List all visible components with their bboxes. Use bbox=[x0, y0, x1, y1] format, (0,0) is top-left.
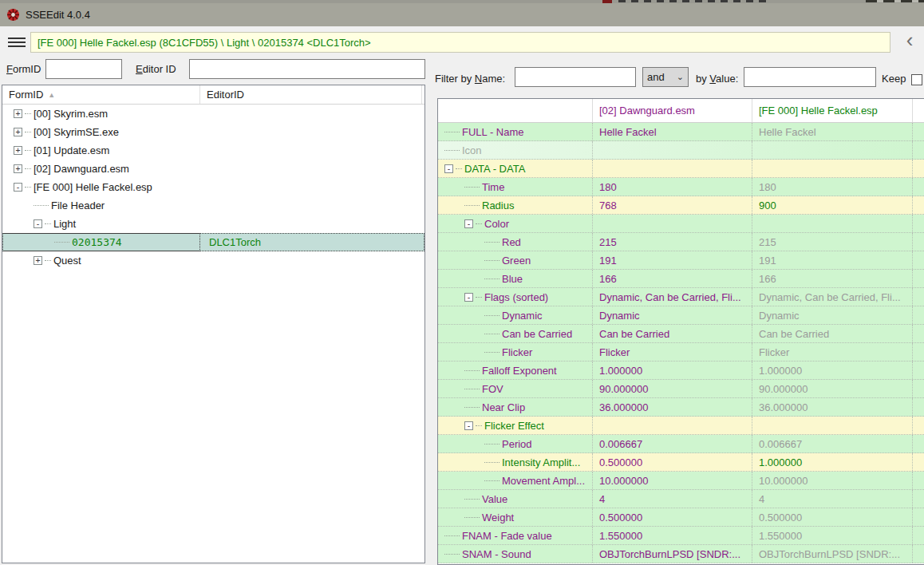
record-field-cell[interactable]: FOV bbox=[438, 380, 593, 397]
tree-formid-cell[interactable]: File Header bbox=[2, 196, 200, 215]
breadcrumb[interactable]: [FE 000] Helle Fackel.esp (8C1CFD55) \ L… bbox=[30, 32, 890, 53]
collapse-icon[interactable]: - bbox=[464, 293, 473, 302]
tree-row-00-skyrimse-exe[interactable]: +[00] SkyrimSE.exe bbox=[2, 123, 424, 141]
record-field-cell[interactable]: -Color bbox=[438, 215, 593, 232]
dawnguard-value-cell[interactable]: 0.500000 bbox=[593, 453, 752, 471]
hellefackel-value-cell[interactable]: 900 bbox=[752, 196, 913, 214]
record-field-cell[interactable]: Intensity Amplit... bbox=[438, 453, 593, 471]
hellefackel-value-cell[interactable]: Dynamic bbox=[752, 306, 913, 324]
dawnguard-value-cell[interactable]: Helle Fackel bbox=[593, 123, 752, 140]
dawnguard-value-cell[interactable]: OBJTorchBurnLPSD [SNDR:... bbox=[593, 545, 752, 563]
dawnguard-value-cell[interactable]: Dynamic, Can be Carried, Fli... bbox=[593, 288, 752, 306]
tree-editorid-cell[interactable] bbox=[200, 123, 421, 141]
expand-icon[interactable]: + bbox=[14, 146, 22, 155]
record-field-cell[interactable]: Green bbox=[438, 251, 593, 269]
editorid-filter-input[interactable] bbox=[189, 59, 425, 79]
dawnguard-value-cell[interactable] bbox=[593, 141, 752, 159]
hellefackel-value-cell[interactable]: 10.000000 bbox=[752, 472, 913, 489]
expand-icon[interactable]: + bbox=[14, 164, 22, 173]
hellefackel-value-cell[interactable] bbox=[752, 215, 913, 232]
dawnguard-column-header[interactable]: [02] Dawnguard.esm bbox=[593, 99, 752, 122]
dawnguard-value-cell[interactable]: 0.006667 bbox=[593, 435, 752, 452]
editorid-column-header[interactable]: EditorID bbox=[200, 85, 422, 104]
tree-row-02-dawnguard-esm[interactable]: +[02] Dawnguard.esm bbox=[2, 160, 424, 178]
record-field-cell[interactable]: -Flags (sorted) bbox=[438, 288, 593, 306]
collapse-icon[interactable]: - bbox=[464, 219, 473, 228]
menu-icon[interactable] bbox=[8, 38, 26, 48]
tree-formid-cell[interactable]: -[FE 000] Helle Fackel.esp bbox=[2, 178, 200, 196]
hellefackel-value-cell[interactable]: 191 bbox=[752, 251, 913, 269]
filter-value-input[interactable] bbox=[744, 67, 876, 87]
hellefackel-value-cell[interactable]: Can be Carried bbox=[752, 325, 913, 342]
dawnguard-value-cell[interactable]: 215 bbox=[593, 233, 752, 251]
collapse-icon[interactable]: - bbox=[14, 183, 22, 192]
expand-icon[interactable]: + bbox=[14, 109, 22, 118]
tree-editorid-cell[interactable] bbox=[200, 215, 421, 233]
chevron-left-icon[interactable]: ‹ bbox=[900, 30, 919, 51]
record-field-cell[interactable]: -Flicker Effect bbox=[438, 417, 593, 434]
record-field-cell[interactable]: Flicker bbox=[438, 343, 593, 361]
hellefackel-value-cell[interactable]: 180 bbox=[752, 178, 913, 196]
dawnguard-value-cell[interactable]: Flicker bbox=[593, 343, 752, 361]
tree-editorid-cell[interactable] bbox=[200, 105, 421, 123]
dawnguard-value-cell[interactable] bbox=[593, 160, 752, 177]
dawnguard-value-cell[interactable]: 166 bbox=[593, 270, 752, 287]
tree-formid-cell[interactable]: -Light bbox=[2, 215, 200, 233]
record-field-cell[interactable]: Radius bbox=[438, 196, 593, 214]
tree-row-quest[interactable]: +Quest bbox=[2, 251, 424, 270]
expand-icon[interactable]: + bbox=[34, 256, 42, 265]
hellefackel-value-cell[interactable]: 1.550000 bbox=[752, 527, 913, 544]
tree-formid-cell[interactable]: +[00] SkyrimSE.exe bbox=[2, 123, 200, 141]
formid-column-header[interactable]: FormID ▲ bbox=[2, 85, 200, 104]
dawnguard-value-cell[interactable]: 1.000000 bbox=[593, 362, 752, 379]
hellefackel-value-cell[interactable] bbox=[752, 417, 913, 434]
tree-row-light[interactable]: -Light bbox=[2, 215, 424, 233]
hellefackel-value-cell[interactable]: 4 bbox=[752, 490, 913, 508]
tree-row-02015374[interactable]: 02015374DLC1Torch bbox=[2, 233, 424, 251]
field-column-header[interactable] bbox=[438, 99, 593, 122]
record-field-cell[interactable]: Red bbox=[438, 233, 593, 251]
hellefackel-value-cell[interactable]: 90.000000 bbox=[752, 380, 913, 397]
record-field-cell[interactable]: Falloff Exponent bbox=[438, 362, 593, 379]
hellefackel-value-cell[interactable]: 36.000000 bbox=[752, 398, 913, 416]
dawnguard-value-cell[interactable]: 0.500000 bbox=[593, 508, 752, 526]
record-field-cell[interactable]: Dynamic bbox=[438, 306, 593, 324]
tree-editorid-cell[interactable] bbox=[200, 160, 421, 178]
dawnguard-value-cell[interactable]: 36.000000 bbox=[593, 398, 752, 416]
keep-checkbox[interactable] bbox=[911, 74, 922, 85]
dawnguard-value-cell[interactable]: 180 bbox=[593, 178, 752, 196]
collapse-icon[interactable]: - bbox=[464, 421, 473, 430]
dawnguard-value-cell[interactable]: 4 bbox=[593, 490, 752, 508]
tree-editorid-cell[interactable] bbox=[200, 141, 421, 160]
hellefackel-value-cell[interactable]: 215 bbox=[752, 233, 913, 251]
tree-formid-cell[interactable]: +[00] Skyrim.esm bbox=[2, 105, 200, 123]
tree-formid-cell[interactable]: +[02] Dawnguard.esm bbox=[2, 160, 200, 178]
dawnguard-value-cell[interactable]: Can be Carried bbox=[593, 325, 752, 342]
record-field-cell[interactable]: Can be Carried bbox=[438, 325, 593, 342]
hellefackel-value-cell[interactable]: OBJTorchBurnLPSD [SNDR:... bbox=[752, 545, 913, 563]
hellefackel-value-cell[interactable]: 0.006667 bbox=[752, 435, 913, 452]
formid-filter-input[interactable] bbox=[45, 59, 122, 79]
collapse-icon[interactable]: - bbox=[444, 164, 453, 173]
hellefackel-value-cell[interactable] bbox=[752, 160, 913, 177]
record-field-cell[interactable]: Weight bbox=[438, 508, 593, 526]
record-field-cell[interactable]: Movement Ampl... bbox=[438, 472, 593, 489]
hellefackel-value-cell[interactable]: Flicker bbox=[752, 343, 913, 361]
tree-editorid-cell[interactable] bbox=[200, 196, 421, 215]
tree-editorid-cell[interactable]: DLC1Torch bbox=[200, 233, 421, 251]
collapse-icon[interactable]: - bbox=[34, 219, 42, 228]
hellefackel-value-cell[interactable]: 166 bbox=[752, 270, 913, 287]
record-field-cell[interactable]: Near Clip bbox=[438, 398, 593, 416]
tree-formid-cell[interactable]: 02015374 bbox=[2, 233, 200, 251]
record-field-cell[interactable]: Value bbox=[438, 490, 593, 508]
dawnguard-value-cell[interactable]: 191 bbox=[593, 251, 752, 269]
tree-row-00-skyrim-esm[interactable]: +[00] Skyrim.esm bbox=[2, 105, 424, 123]
record-field-cell[interactable]: Time bbox=[438, 178, 593, 196]
dawnguard-value-cell[interactable]: 1.550000 bbox=[593, 527, 752, 544]
record-field-cell[interactable]: Icon bbox=[438, 141, 593, 159]
filter-operator-select[interactable]: and ⌄ bbox=[642, 67, 689, 87]
tree-row-fe-000-helle-fackel-esp[interactable]: -[FE 000] Helle Fackel.esp bbox=[2, 178, 424, 196]
hellefackel-column-header[interactable]: [FE 000] Helle Fackel.esp bbox=[752, 99, 913, 122]
record-field-cell[interactable]: FULL - Name bbox=[438, 123, 593, 140]
record-field-cell[interactable]: SNAM - Sound bbox=[438, 545, 593, 563]
